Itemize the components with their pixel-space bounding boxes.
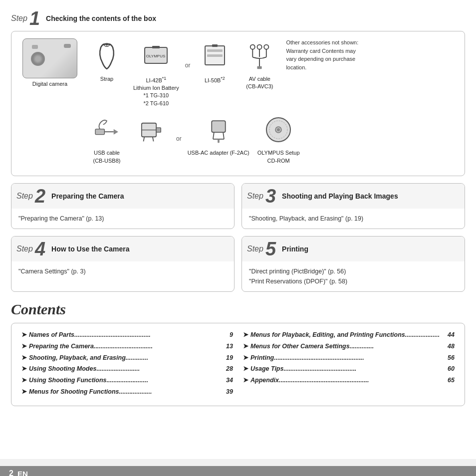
accessories-note: Other accessories not shown: Warranty ca… <box>282 38 362 71</box>
contents-label-6: Menus for Shooting Functions <box>29 387 119 397</box>
battery-li50b-group: LI-50B*2 <box>192 38 237 84</box>
contents-dots-6: ................... <box>119 387 225 397</box>
contents-item-shooting-functions: ➤ Using Shooting Functions .............… <box>21 376 233 385</box>
arrow-icon-3: ➤ <box>21 353 27 363</box>
battery-li42b-icon: OLYMPUS <box>142 38 170 73</box>
contents-page-6: 39 <box>226 387 233 397</box>
battery-li42b-label: LI-42B*1 Lithium Ion Battery *1 TG-310 *… <box>133 75 179 107</box>
step1-word: Step <box>11 14 27 23</box>
contents-page-8: 48 <box>448 342 455 351</box>
svg-rect-7 <box>207 54 223 57</box>
step3-box: Step 3 Shooting and Playing Back Images … <box>241 183 465 229</box>
or-text-2: or <box>174 135 184 142</box>
page: Step 1 Checking the contents of the box … <box>0 0 476 459</box>
arrow-icon-4: ➤ <box>21 364 27 374</box>
contents-page-11: 65 <box>448 376 455 385</box>
arrow-icon-2: ➤ <box>21 342 27 351</box>
step3-title: Shooting and Playing Back Images <box>282 192 398 200</box>
contents-page-7: 44 <box>448 330 455 340</box>
strap-label: Strap <box>100 75 113 83</box>
arrow-icon-1: ➤ <box>21 330 27 340</box>
contents-page-9: 56 <box>448 353 455 363</box>
svg-point-8 <box>250 44 255 49</box>
contents-dots-9: ........................................… <box>274 353 446 363</box>
svg-line-25 <box>223 132 224 139</box>
arrow-icon-11: ➤ <box>243 376 248 385</box>
step2-title: Preparing the Camera <box>51 192 124 200</box>
step5-body-line2: "Print Reservations (DPOF)" (p. 58) <box>249 276 458 286</box>
step4-box-header: Step 4 How to Use the Camera <box>11 237 234 261</box>
contents-label-7: Menus for Playback, Editing, and Printin… <box>250 330 405 340</box>
contents-dots-5: ........................ <box>107 376 225 385</box>
step1-header: Step 1 Checking the contents of the box <box>11 9 465 28</box>
svg-line-24 <box>213 132 214 139</box>
step2-box: Step 2 Preparing the Camera "Preparing t… <box>11 183 235 229</box>
step2-box-header: Step 2 Preparing the Camera <box>11 184 234 209</box>
contents-item-names-of-parts: ➤ Names of Parts .......................… <box>21 330 233 340</box>
contents-item-appendix: ➤ Appendix .............................… <box>243 376 455 385</box>
contents-item-playback-menus: ➤ Menus for Playback, Editing, and Print… <box>243 330 455 340</box>
step4-body: "Camera Settings" (p. 3) <box>11 261 234 281</box>
footer: 2 EN <box>0 466 476 476</box>
step3-word: Step <box>247 192 263 201</box>
contents-label-1: Names of Parts <box>29 330 74 340</box>
svg-rect-27 <box>218 139 220 143</box>
contents-label-4: Using Shooting Modes <box>29 364 96 374</box>
contents-dots-3: ............. <box>126 353 224 363</box>
contents-dots-11: ........................................… <box>279 376 446 385</box>
step1-number: 1 <box>29 9 40 28</box>
svg-rect-23 <box>212 121 226 132</box>
camera-image <box>22 38 77 78</box>
svg-point-10 <box>264 44 268 49</box>
step1-title: Checking the contents of the box <box>46 14 156 22</box>
contents-item-shooting-modes: ➤ Using Shooting Modes .................… <box>21 364 233 374</box>
strap-group: Strap <box>84 38 129 83</box>
usb-ac-icon2 <box>204 112 234 147</box>
contents-right: ➤ Menus for Playback, Editing, and Print… <box>243 330 455 399</box>
cdrom-label: OLYMPUS SetupCD-ROM <box>257 149 300 165</box>
svg-rect-15 <box>257 66 261 69</box>
av-cable-group: AV cable(CB-AVC3) <box>237 38 282 91</box>
step4-word: Step <box>16 244 33 253</box>
svg-line-20 <box>153 137 154 141</box>
contents-left: ➤ Names of Parts .......................… <box>21 330 233 399</box>
contents-title: Contents <box>11 301 465 318</box>
battery-li50b-icon <box>201 38 229 73</box>
step2-word: Step <box>16 192 33 201</box>
svg-point-9 <box>257 44 261 49</box>
contents-page-1: 9 <box>230 330 233 340</box>
contents-page-5: 34 <box>226 376 233 385</box>
steps-grid: Step 2 Preparing the Camera "Preparing t… <box>11 183 465 292</box>
contents-dots-8: .............. <box>350 342 446 351</box>
strap-icon <box>93 38 121 73</box>
camera-flash <box>32 45 38 49</box>
step4-number: 4 <box>35 239 45 258</box>
step5-body: "Direct printing (PictBridge)" (p. 56) "… <box>242 261 465 291</box>
battery-li50b-label: LI-50B*2 <box>205 75 225 84</box>
footer-language: EN <box>17 470 28 476</box>
arrow-icon-9: ➤ <box>243 353 248 363</box>
contents-page-2: 13 <box>226 342 233 351</box>
contents-dots-1: ........................................… <box>74 330 228 340</box>
contents-item-usage-tips: ➤ Usage Tips ...........................… <box>243 364 455 374</box>
battery-note1: *1 TG-310 <box>144 92 169 98</box>
step5-box-header: Step 5 Printing <box>242 237 465 261</box>
svg-rect-5 <box>212 44 218 47</box>
battery-note2: *2 TG-610 <box>144 100 169 106</box>
step5-title: Printing <box>282 245 308 253</box>
contents-dots-4: ......................... <box>96 364 224 374</box>
contents-item-preparing: ➤ Preparing the Camera .................… <box>21 342 233 351</box>
step5-number: 5 <box>265 239 276 258</box>
camera-lens <box>31 52 45 66</box>
cdrom-icon <box>265 112 292 147</box>
svg-rect-2 <box>152 46 160 48</box>
contents-item-printing: ➤ Printing .............................… <box>243 353 455 363</box>
contents-page-10: 60 <box>448 364 455 374</box>
contents-label-5: Using Shooting Functions <box>29 376 107 385</box>
step1-grid: Digital camera St <box>19 38 457 170</box>
usb-ac-group1 <box>129 112 174 147</box>
contents-label-3: Shooting, Playback, and Erasing <box>29 353 126 363</box>
contents-item-shooting: ➤ Shooting, Playback, and Erasing ......… <box>21 353 233 363</box>
step1-box: Digital camera St <box>11 31 465 176</box>
step5-box: Step 5 Printing "Direct printing (PictBr… <box>241 236 465 292</box>
